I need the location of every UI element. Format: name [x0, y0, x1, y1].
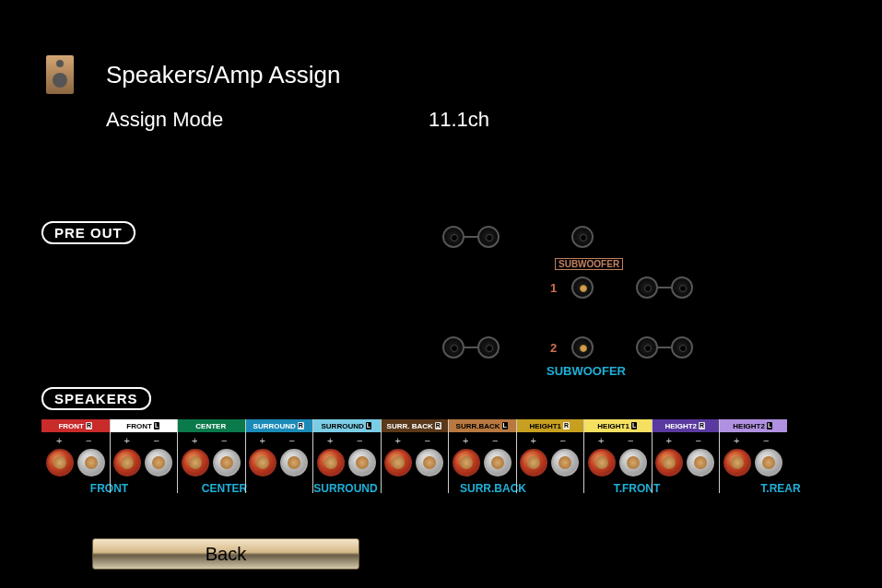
assign-mode-label: Assign Mode [106, 108, 429, 132]
subwoofer-label: SUBWOOFER [547, 364, 626, 378]
binding-post-pair-2: +− [177, 436, 245, 476]
binding-post-pos [182, 449, 209, 476]
back-button[interactable]: Back [92, 538, 359, 570]
binding-post-pair-7: +− [516, 436, 584, 476]
binding-post-pos [723, 449, 751, 476]
speaker-group-label-t-front: T.FRONT [567, 482, 707, 495]
terminal-bar-seg-3: SURROUNDR [245, 419, 313, 432]
subwoofer-1-jack [571, 276, 594, 299]
terminal-bar-seg-10: HEIGHT2L [719, 419, 787, 432]
terminal-bar-seg-4: SURROUNDL [312, 419, 381, 432]
terminal-bar-seg-0: FRONTR [41, 419, 110, 432]
binding-post-pair-4: +− [312, 436, 381, 476]
speaker-terminal-strip: FRONTRFRONTLCENTERSURROUNDRSURROUNDLSURR… [41, 419, 854, 495]
speaker-group-label-surround: SURROUND [272, 482, 419, 495]
assign-mode-value: 11.1ch [429, 108, 489, 132]
binding-post-neg [145, 449, 172, 476]
subwoofer-2-num: 2 [550, 341, 557, 355]
binding-post-pos [249, 449, 276, 476]
back-button-label: Back [206, 544, 246, 565]
binding-post-neg [213, 449, 241, 476]
terminal-bar-seg-1: FRONTL [110, 419, 178, 432]
binding-post-neg [77, 449, 105, 476]
binding-post-pos [317, 449, 345, 476]
binding-post-neg [348, 449, 376, 476]
terminal-bar-seg-5: SURR. BACKR [381, 419, 449, 432]
terminal-bar-seg-6: SURR.BACKL [448, 419, 516, 432]
binding-post-neg [755, 449, 782, 476]
subwoofer-1-num: 1 [550, 281, 557, 295]
binding-post-pos [46, 449, 74, 476]
terminal-bar-seg-2: CENTER [177, 419, 245, 432]
terminal-bar-seg-8: HEIGHT1L [583, 419, 652, 432]
binding-post-pair-1: +− [110, 436, 178, 476]
speaker-group-label-center: CENTER [177, 482, 272, 495]
speaker-group-label-t-rear: T.REAR [707, 482, 854, 495]
terminal-bar-seg-7: HEIGHT1R [516, 419, 584, 432]
binding-post-neg [687, 449, 714, 476]
binding-post-neg [416, 449, 443, 476]
binding-post-pair-6: +− [448, 436, 516, 476]
binding-post-pos [655, 449, 683, 476]
binding-post-pair-8: +− [583, 436, 652, 476]
assign-mode-row[interactable]: Assign Mode 11.1ch [0, 94, 882, 132]
binding-post-pos [113, 449, 141, 476]
binding-post-neg [280, 449, 308, 476]
binding-post-pos [588, 449, 616, 476]
terminal-bar-seg-9: HEIGHT2R [652, 419, 720, 432]
binding-post-pair-0: +− [41, 436, 110, 476]
speaker-group-label-surr-back: SURR.BACK [419, 482, 567, 495]
binding-post-pos [384, 449, 412, 476]
binding-post-pair-3: +− [245, 436, 313, 476]
speaker-icon [46, 55, 74, 94]
binding-post-neg [551, 449, 579, 476]
preout-section-label: PRE OUT [41, 221, 135, 244]
binding-post-pair-9: +− [652, 436, 720, 476]
binding-post-neg [484, 449, 512, 476]
binding-post-pos [520, 449, 547, 476]
binding-post-pair-10: +− [719, 436, 787, 476]
subwoofer-box-label: SUBWOOFER [555, 258, 623, 270]
binding-post-neg [619, 449, 647, 476]
subwoofer-2-jack [571, 336, 594, 359]
binding-post-pair-5: +− [381, 436, 449, 476]
binding-post-pos [453, 449, 480, 476]
page-title: Speakers/Amp Assign [106, 61, 340, 89]
speakers-section-label: SPEAKERS [41, 387, 151, 410]
